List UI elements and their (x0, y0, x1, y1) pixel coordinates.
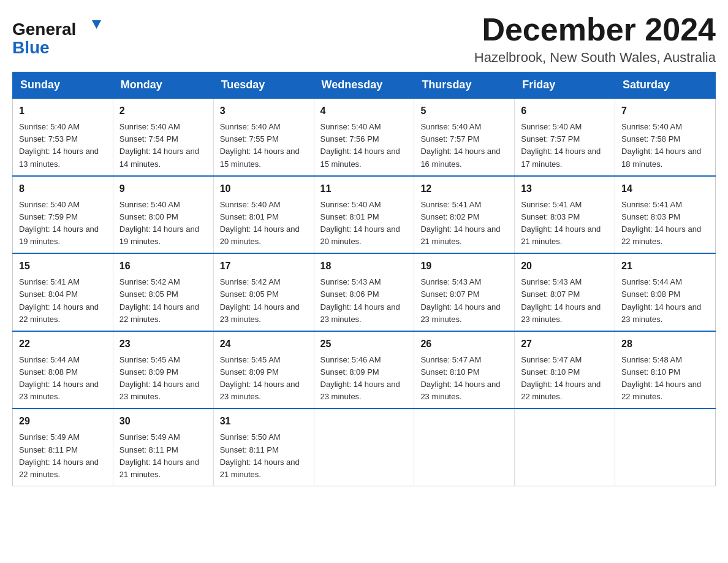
day-info: Sunrise: 5:40 AMSunset: 7:53 PMDaylight:… (19, 122, 99, 168)
day-info: Sunrise: 5:45 AMSunset: 8:09 PMDaylight:… (119, 355, 199, 401)
day-number: 29 (19, 414, 107, 429)
calendar-cell: 12 Sunrise: 5:41 AMSunset: 8:02 PMDaylig… (414, 176, 515, 254)
calendar-cell: 30 Sunrise: 5:49 AMSunset: 8:11 PMDaylig… (113, 408, 213, 486)
calendar-cell: 20 Sunrise: 5:43 AMSunset: 8:07 PMDaylig… (515, 253, 615, 331)
day-info: Sunrise: 5:40 AMSunset: 7:57 PMDaylight:… (521, 122, 601, 168)
day-number: 9 (119, 182, 207, 196)
col-saturday: Saturday (615, 72, 716, 99)
day-number: 27 (521, 337, 609, 351)
day-info: Sunrise: 5:43 AMSunset: 8:07 PMDaylight:… (420, 277, 500, 323)
col-sunday: Sunday (13, 72, 113, 99)
calendar-cell: 21 Sunrise: 5:44 AMSunset: 8:08 PMDaylig… (615, 253, 716, 331)
day-info: Sunrise: 5:40 AMSunset: 7:57 PMDaylight:… (420, 122, 500, 168)
day-number: 2 (119, 104, 207, 118)
day-number: 16 (119, 259, 207, 274)
day-info: Sunrise: 5:44 AMSunset: 8:08 PMDaylight:… (621, 277, 701, 323)
day-number: 4 (320, 104, 408, 118)
calendar-cell: 16 Sunrise: 5:42 AMSunset: 8:05 PMDaylig… (113, 253, 213, 331)
day-info: Sunrise: 5:41 AMSunset: 8:02 PMDaylight:… (420, 200, 500, 246)
day-info: Sunrise: 5:45 AMSunset: 8:09 PMDaylight:… (220, 355, 300, 401)
calendar-week-3: 15 Sunrise: 5:41 AMSunset: 8:04 PMDaylig… (13, 253, 716, 331)
day-info: Sunrise: 5:43 AMSunset: 8:07 PMDaylight:… (521, 277, 601, 323)
col-thursday: Thursday (414, 72, 515, 99)
calendar-cell: 23 Sunrise: 5:45 AMSunset: 8:09 PMDaylig… (113, 331, 213, 409)
calendar-week-4: 22 Sunrise: 5:44 AMSunset: 8:08 PMDaylig… (13, 331, 716, 409)
calendar-cell: 22 Sunrise: 5:44 AMSunset: 8:08 PMDaylig… (13, 331, 113, 409)
calendar-cell: 4 Sunrise: 5:40 AMSunset: 7:56 PMDayligh… (314, 98, 414, 176)
day-number: 26 (420, 337, 508, 351)
day-info: Sunrise: 5:43 AMSunset: 8:06 PMDaylight:… (320, 277, 400, 323)
calendar-week-2: 8 Sunrise: 5:40 AMSunset: 7:59 PMDayligh… (13, 176, 716, 254)
page-header: General Blue December 2024 Hazelbrook, N… (12, 12, 716, 66)
day-info: Sunrise: 5:42 AMSunset: 8:05 PMDaylight:… (220, 277, 300, 323)
day-number: 18 (320, 259, 408, 274)
day-info: Sunrise: 5:47 AMSunset: 8:10 PMDaylight:… (420, 355, 500, 401)
day-number: 15 (19, 259, 107, 274)
calendar-week-5: 29 Sunrise: 5:49 AMSunset: 8:11 PMDaylig… (13, 408, 716, 486)
day-number: 14 (621, 182, 709, 196)
day-info: Sunrise: 5:46 AMSunset: 8:09 PMDaylight:… (320, 355, 400, 401)
day-info: Sunrise: 5:40 AMSunset: 7:54 PMDaylight:… (119, 122, 199, 168)
day-number: 7 (621, 104, 709, 118)
day-number: 10 (220, 182, 308, 196)
day-info: Sunrise: 5:40 AMSunset: 7:55 PMDaylight:… (220, 122, 300, 168)
day-info: Sunrise: 5:41 AMSunset: 8:03 PMDaylight:… (621, 200, 701, 246)
calendar-header-row: Sunday Monday Tuesday Wednesday Thursday… (13, 72, 716, 99)
calendar-cell: 9 Sunrise: 5:40 AMSunset: 8:00 PMDayligh… (113, 176, 213, 254)
day-number: 12 (420, 182, 508, 196)
calendar-cell (515, 408, 615, 486)
day-number: 8 (19, 182, 107, 196)
month-title: December 2024 (474, 12, 716, 47)
day-number: 1 (19, 104, 107, 118)
day-number: 5 (420, 104, 508, 118)
calendar-cell: 2 Sunrise: 5:40 AMSunset: 7:54 PMDayligh… (113, 98, 213, 176)
calendar-cell: 18 Sunrise: 5:43 AMSunset: 8:06 PMDaylig… (314, 253, 414, 331)
calendar-cell: 10 Sunrise: 5:40 AMSunset: 8:01 PMDaylig… (213, 176, 314, 254)
calendar-cell: 19 Sunrise: 5:43 AMSunset: 8:07 PMDaylig… (414, 253, 515, 331)
calendar-cell: 28 Sunrise: 5:48 AMSunset: 8:10 PMDaylig… (615, 331, 716, 409)
day-info: Sunrise: 5:47 AMSunset: 8:10 PMDaylight:… (521, 355, 601, 401)
calendar-cell (615, 408, 716, 486)
day-info: Sunrise: 5:40 AMSunset: 8:01 PMDaylight:… (220, 200, 300, 246)
calendar-cell: 25 Sunrise: 5:46 AMSunset: 8:09 PMDaylig… (314, 331, 414, 409)
day-number: 17 (220, 259, 308, 274)
day-number: 25 (320, 337, 408, 351)
calendar-cell: 6 Sunrise: 5:40 AMSunset: 7:57 PMDayligh… (515, 98, 615, 176)
col-friday: Friday (515, 72, 615, 99)
calendar-cell: 11 Sunrise: 5:40 AMSunset: 8:01 PMDaylig… (314, 176, 414, 254)
day-info: Sunrise: 5:41 AMSunset: 8:03 PMDaylight:… (521, 200, 601, 246)
col-monday: Monday (113, 72, 213, 99)
day-info: Sunrise: 5:42 AMSunset: 8:05 PMDaylight:… (119, 277, 199, 323)
calendar-week-1: 1 Sunrise: 5:40 AMSunset: 7:53 PMDayligh… (13, 98, 716, 176)
day-info: Sunrise: 5:50 AMSunset: 8:11 PMDaylight:… (220, 432, 300, 478)
calendar-cell: 7 Sunrise: 5:40 AMSunset: 7:58 PMDayligh… (615, 98, 716, 176)
col-tuesday: Tuesday (213, 72, 314, 99)
calendar-cell: 3 Sunrise: 5:40 AMSunset: 7:55 PMDayligh… (213, 98, 314, 176)
calendar-cell: 14 Sunrise: 5:41 AMSunset: 8:03 PMDaylig… (615, 176, 716, 254)
day-number: 20 (521, 259, 609, 274)
calendar-cell: 13 Sunrise: 5:41 AMSunset: 8:03 PMDaylig… (515, 176, 615, 254)
calendar-cell: 5 Sunrise: 5:40 AMSunset: 7:57 PMDayligh… (414, 98, 515, 176)
col-wednesday: Wednesday (314, 72, 414, 99)
day-info: Sunrise: 5:40 AMSunset: 8:00 PMDaylight:… (119, 200, 199, 246)
day-number: 3 (220, 104, 308, 118)
calendar-cell: 27 Sunrise: 5:47 AMSunset: 8:10 PMDaylig… (515, 331, 615, 409)
calendar-cell: 31 Sunrise: 5:50 AMSunset: 8:11 PMDaylig… (213, 408, 314, 486)
calendar-table: Sunday Monday Tuesday Wednesday Thursday… (12, 72, 716, 486)
day-number: 11 (320, 182, 408, 196)
day-number: 30 (119, 414, 207, 429)
svg-text:Blue: Blue (12, 38, 50, 57)
day-number: 31 (220, 414, 308, 429)
calendar-cell (414, 408, 515, 486)
logo: General Blue (12, 12, 110, 61)
svg-marker-1 (92, 20, 101, 29)
calendar-cell: 1 Sunrise: 5:40 AMSunset: 7:53 PMDayligh… (13, 98, 113, 176)
day-number: 23 (119, 337, 207, 351)
day-info: Sunrise: 5:40 AMSunset: 7:59 PMDaylight:… (19, 200, 99, 246)
calendar-cell: 8 Sunrise: 5:40 AMSunset: 7:59 PMDayligh… (13, 176, 113, 254)
day-number: 28 (621, 337, 709, 351)
title-section: December 2024 Hazelbrook, New South Wale… (474, 12, 716, 66)
calendar-cell: 17 Sunrise: 5:42 AMSunset: 8:05 PMDaylig… (213, 253, 314, 331)
day-info: Sunrise: 5:40 AMSunset: 8:01 PMDaylight:… (320, 200, 400, 246)
calendar-cell: 26 Sunrise: 5:47 AMSunset: 8:10 PMDaylig… (414, 331, 515, 409)
